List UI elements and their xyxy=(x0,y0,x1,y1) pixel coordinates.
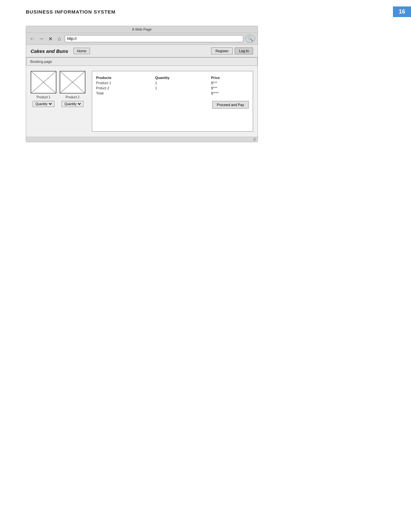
product-card-2: Product 2 Quantity 1 2 3 xyxy=(60,71,85,107)
proceed-pay-button[interactable]: Proceed and Pay xyxy=(212,101,249,109)
statusbar-icon: // xyxy=(253,137,256,142)
product-image-2 xyxy=(60,71,85,94)
product-1-label: Product 1 xyxy=(37,95,51,99)
products-section: Product 1 Quantity 1 2 3 xyxy=(31,71,85,132)
row1-product: Product 1 xyxy=(96,80,155,85)
page-number-badge: 16 xyxy=(393,6,411,17)
webpage-area: Cakes and Buns Home Register Log In Book… xyxy=(26,45,258,137)
search-button[interactable]: 🔍 xyxy=(245,35,255,43)
table-row: Prduct 2 1 $*** xyxy=(96,85,249,91)
booking-banner: Booking page xyxy=(26,57,258,66)
browser-toolbar: ← → ✕ ⌂ 🔍 xyxy=(26,33,258,45)
order-summary: Products Quantity Price Product 1 1 $***… xyxy=(92,71,253,132)
url-input[interactable] xyxy=(65,35,243,42)
quantity-dropdown-1[interactable]: Quantity 1 2 3 xyxy=(34,102,53,106)
col-products: Products xyxy=(96,75,155,80)
order-table: Products Quantity Price Product 1 1 $***… xyxy=(96,75,249,96)
row2-quantity: 1 xyxy=(155,85,211,91)
total-row: Total $**** xyxy=(96,91,249,96)
table-row: Product 1 1 $*** xyxy=(96,80,249,85)
login-button[interactable]: Log In xyxy=(235,47,253,54)
row2-price: $*** xyxy=(211,85,249,91)
row1-quantity: 1 xyxy=(155,80,211,85)
total-empty xyxy=(155,91,211,96)
proceed-btn-row: Proceed and Pay xyxy=(96,101,249,109)
browser-window: A Web Page ← → ✕ ⌂ 🔍 Cakes and Buns Home… xyxy=(26,26,258,142)
main-content: Product 1 Quantity 1 2 3 xyxy=(26,66,258,137)
quantity-select-1[interactable]: Quantity 1 2 3 xyxy=(33,101,54,107)
product-2-label: Product 2 xyxy=(66,95,80,99)
site-brand: Cakes and Buns xyxy=(31,48,68,54)
product-image-1 xyxy=(31,71,56,94)
col-price: Price xyxy=(211,75,249,80)
col-quantity: Quantity xyxy=(155,75,211,80)
back-button[interactable]: ← xyxy=(29,35,36,42)
products-row: Product 1 Quantity 1 2 3 xyxy=(31,71,85,107)
row1-price: $*** xyxy=(211,80,249,85)
nav-right: Register Log In xyxy=(211,47,253,54)
total-value: $**** xyxy=(211,91,249,96)
nav-home-button[interactable]: Home xyxy=(73,48,90,54)
row2-product: Prduct 2 xyxy=(96,85,155,91)
search-icon: 🔍 xyxy=(248,36,253,41)
browser-title-bar: A Web Page xyxy=(26,26,258,33)
home-button[interactable]: ⌂ xyxy=(56,35,63,42)
close-button[interactable]: ✕ xyxy=(47,35,54,42)
site-navbar: Cakes and Buns Home Register Log In xyxy=(26,45,258,57)
total-label: Total xyxy=(96,91,155,96)
quantity-select-2[interactable]: Quantity 1 2 3 xyxy=(62,101,83,107)
page-title: BUSINESS INFORMATION SYSTEM xyxy=(26,9,115,15)
forward-button[interactable]: → xyxy=(38,35,45,42)
quantity-dropdown-2[interactable]: Quantity 1 2 3 xyxy=(63,102,82,106)
product-card-1: Product 1 Quantity 1 2 3 xyxy=(31,71,56,107)
browser-statusbar: // xyxy=(26,137,258,142)
register-button[interactable]: Register xyxy=(211,47,233,54)
